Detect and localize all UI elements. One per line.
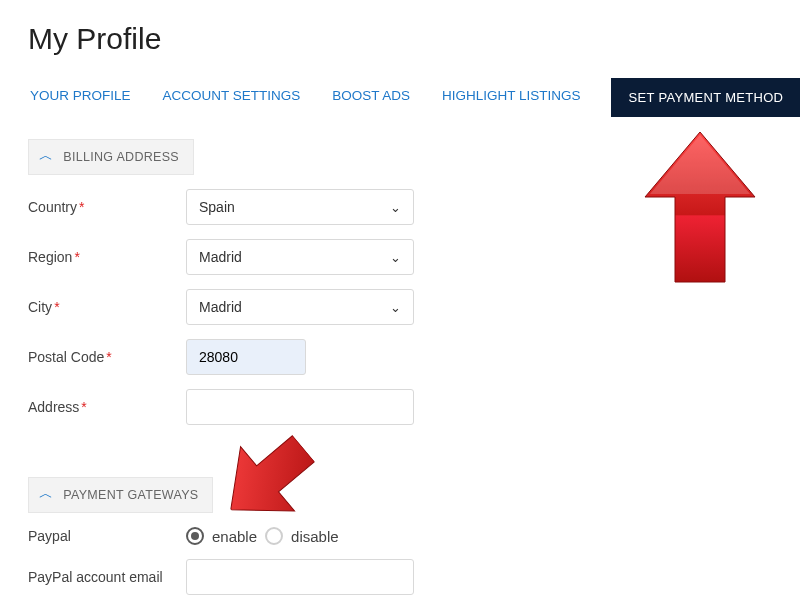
tab-boost-ads[interactable]: BOOST ADS (330, 78, 412, 113)
paypal-email-input[interactable] (186, 559, 414, 595)
enable-label: enable (212, 528, 257, 545)
chevron-up-icon: ︿ (39, 147, 53, 165)
country-select[interactable]: Spain ⌄ (186, 189, 414, 225)
chevron-down-icon: ⌄ (390, 250, 401, 265)
region-value: Madrid (199, 249, 242, 265)
section-payment-gateways[interactable]: ︿ PAYMENT GATEWAYS (28, 477, 213, 513)
disable-label: disable (291, 528, 339, 545)
postal-code-input[interactable] (186, 339, 306, 375)
city-label: City* (28, 299, 186, 315)
paypal-label: Paypal (28, 528, 186, 544)
address-input[interactable] (186, 389, 414, 425)
required-icon: * (54, 299, 59, 315)
required-icon: * (79, 199, 84, 215)
postal-code-label: Postal Code* (28, 349, 186, 365)
required-icon: * (106, 349, 111, 365)
tab-set-payment-method[interactable]: SET PAYMENT METHOD (611, 78, 800, 117)
city-select[interactable]: Madrid ⌄ (186, 289, 414, 325)
page-title: My Profile (28, 22, 772, 56)
required-icon: * (81, 399, 86, 415)
paypal-disable-radio[interactable] (265, 527, 283, 545)
section-billing-address[interactable]: ︿ BILLING ADDRESS (28, 139, 194, 175)
paypal-email-label: PayPal account email (28, 569, 186, 585)
region-select[interactable]: Madrid ⌄ (186, 239, 414, 275)
chevron-up-icon: ︿ (39, 485, 53, 503)
tab-your-profile[interactable]: YOUR PROFILE (28, 78, 133, 113)
region-label: Region* (28, 249, 186, 265)
chevron-down-icon: ⌄ (390, 300, 401, 315)
paypal-enable-radio[interactable] (186, 527, 204, 545)
tab-account-settings[interactable]: ACCOUNT SETTINGS (161, 78, 303, 113)
country-value: Spain (199, 199, 235, 215)
section-gateways-label: PAYMENT GATEWAYS (63, 488, 198, 502)
tab-highlight-listings[interactable]: HIGHLIGHT LISTINGS (440, 78, 583, 113)
country-label: Country* (28, 199, 186, 215)
city-value: Madrid (199, 299, 242, 315)
profile-tabs: YOUR PROFILE ACCOUNT SETTINGS BOOST ADS … (28, 78, 772, 117)
paypal-radio-group: enable disable (186, 527, 339, 545)
section-billing-label: BILLING ADDRESS (63, 150, 179, 164)
address-label: Address* (28, 399, 186, 415)
chevron-down-icon: ⌄ (390, 200, 401, 215)
required-icon: * (74, 249, 79, 265)
